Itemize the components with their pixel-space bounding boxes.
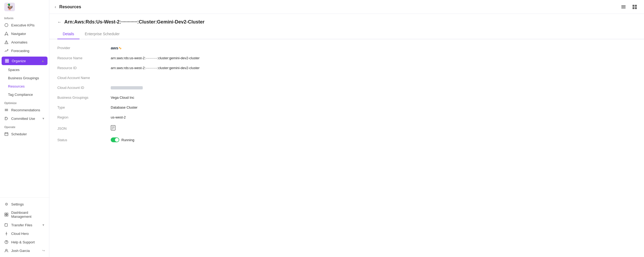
navigator-icon <box>4 31 9 36</box>
sidebar-item-tag-compliance[interactable]: Tag Compliance <box>0 90 49 99</box>
topbar: ‹ Resources <box>49 0 644 14</box>
sidebar-item-scheduler[interactable]: Scheduler <box>0 130 49 138</box>
user-icon <box>4 248 9 253</box>
cloud-account-id-value <box>111 86 297 90</box>
svg-rect-13 <box>5 133 8 136</box>
svg-rect-17 <box>5 213 6 214</box>
calendar-icon <box>4 132 9 136</box>
status-toggle[interactable] <box>111 137 119 142</box>
sidebar-item-business-groupings[interactable]: Business Groupings <box>0 74 49 82</box>
topbar-title: Resources <box>59 5 81 9</box>
main-content: ‹ Resources ← Arn:Aws:Rds:Us-West-2:····… <box>49 0 644 257</box>
page-header: ← Arn:Aws:Rds:Us-West-2:············:Clu… <box>49 14 644 25</box>
svg-point-0 <box>5 23 8 27</box>
warning-icon <box>4 40 9 44</box>
settings-icon: ⚙ <box>4 202 9 206</box>
sidebar-item-executive-kpis[interactable]: Executive KPIs <box>0 21 49 29</box>
redacted-value <box>111 86 143 89</box>
inform-section-label: Inform <box>0 14 49 21</box>
region-label: Region <box>57 115 111 119</box>
region-value: us-west-2 <box>111 115 297 119</box>
sidebar: 🦆 Inform Executive KPIs Navigator Anomal… <box>0 0 49 257</box>
svg-rect-18 <box>7 213 8 214</box>
tab-enterprise-scheduler[interactable]: Enterprise Scheduler <box>79 29 125 39</box>
svg-point-26 <box>6 249 7 251</box>
list-icon <box>4 108 9 112</box>
svg-marker-1 <box>5 32 8 35</box>
svg-rect-20 <box>7 215 8 216</box>
resource-name-label: Resource Name <box>57 56 111 60</box>
svg-rect-32 <box>633 7 634 9</box>
help-icon <box>4 240 9 244</box>
provider-value: aws ∿ <box>111 46 297 50</box>
committed-chevron-icon: ▼ <box>42 117 45 120</box>
svg-rect-29 <box>621 8 626 9</box>
business-groupings-label: Business Groupings <box>57 96 111 100</box>
logo-image: 🦆 <box>4 3 15 11</box>
json-value[interactable] <box>111 125 297 132</box>
svg-rect-5 <box>5 59 7 61</box>
transfer-chevron-icon: ▼ <box>42 223 45 227</box>
sidebar-item-organize[interactable]: Organize ▲ <box>2 57 47 65</box>
svg-point-23 <box>6 235 7 235</box>
detail-content: Provider aws ∿ Resource Name arn:aws:rds… <box>49 39 644 149</box>
json-file-icon[interactable] <box>111 125 116 132</box>
logout-icon[interactable]: ↪ <box>42 249 45 252</box>
transfer-icon <box>4 223 9 227</box>
sidebar-item-user[interactable]: Josh Garcia ↪ <box>0 246 49 255</box>
grid-view-button[interactable] <box>631 3 639 11</box>
aws-logo: aws ∿ <box>111 46 122 50</box>
sidebar-item-help-support[interactable]: Help & Support <box>0 238 49 246</box>
sidebar-item-committed-use[interactable]: Committed Use ▼ <box>0 114 49 123</box>
sidebar-item-cloud-hero[interactable]: Cloud Hero <box>0 229 49 238</box>
trending-icon <box>4 49 9 53</box>
cloud-account-name-value <box>111 76 297 80</box>
dashboard-icon <box>4 212 9 217</box>
page-back-arrow[interactable]: ← <box>57 20 62 25</box>
svg-rect-7 <box>5 61 7 62</box>
detail-table: Provider aws ∿ Resource Name arn:aws:rds… <box>57 46 297 142</box>
svg-rect-33 <box>635 7 637 9</box>
svg-rect-31 <box>635 5 637 7</box>
back-chevron-icon: ‹ <box>55 5 56 9</box>
sidebar-item-anomalies[interactable]: Anomalies <box>0 38 49 46</box>
svg-rect-21 <box>5 224 7 226</box>
sidebar-item-spaces[interactable]: Spaces <box>0 66 49 74</box>
type-value: Database Cluster <box>111 105 297 109</box>
svg-rect-8 <box>7 61 9 62</box>
sidebar-item-recommendations[interactable]: Recommendations <box>0 106 49 114</box>
sidebar-item-resources[interactable]: Resources <box>0 82 49 90</box>
cloud-hero-icon <box>4 231 9 236</box>
svg-point-25 <box>6 243 7 243</box>
organize-chevron-icon: ▲ <box>41 59 44 62</box>
svg-point-4 <box>6 43 7 44</box>
json-label: JSON <box>57 125 111 132</box>
sidebar-item-transfer-files[interactable]: Transfer Files ▼ <box>0 221 49 229</box>
tag-icon <box>4 116 9 121</box>
sidebar-item-forecasting[interactable]: Forecasting <box>0 46 49 55</box>
cloud-account-id-label: Cloud Account ID <box>57 86 111 90</box>
sidebar-item-settings[interactable]: ⚙ Settings <box>0 200 49 208</box>
resource-id-value: arn:aws:rds:us-west-2:············:clust… <box>111 66 297 70</box>
sidebar-item-navigator[interactable]: Navigator <box>0 29 49 38</box>
status-value: Running <box>111 137 297 142</box>
sidebar-item-dashboard-management[interactable]: Dashboard Management <box>0 208 49 221</box>
topbar-back-button[interactable]: ‹ <box>55 5 56 9</box>
resource-id-label: Resource ID <box>57 66 111 70</box>
svg-rect-30 <box>633 5 634 7</box>
content-area: ← Arn:Aws:Rds:Us-West-2:············:Clu… <box>49 14 644 257</box>
circle-icon <box>4 23 9 27</box>
organize-icon <box>5 59 9 63</box>
optimize-section-label: Optimize <box>0 99 49 106</box>
tabs-bar: Details Enterprise Scheduler <box>49 29 644 39</box>
resource-name-value: arn:aws:rds:us-west-2:············:clust… <box>111 56 297 60</box>
provider-label: Provider <box>57 46 111 50</box>
cloud-account-name-label: Cloud Account Name <box>57 76 111 80</box>
type-label: Type <box>57 105 111 109</box>
list-view-button[interactable] <box>619 3 627 11</box>
sidebar-bottom: ⚙ Settings Dashboard Management Transfer… <box>0 197 49 257</box>
topbar-actions <box>619 3 639 11</box>
tab-details[interactable]: Details <box>57 29 79 39</box>
svg-rect-6 <box>7 59 9 61</box>
status-label: Status <box>57 137 111 142</box>
